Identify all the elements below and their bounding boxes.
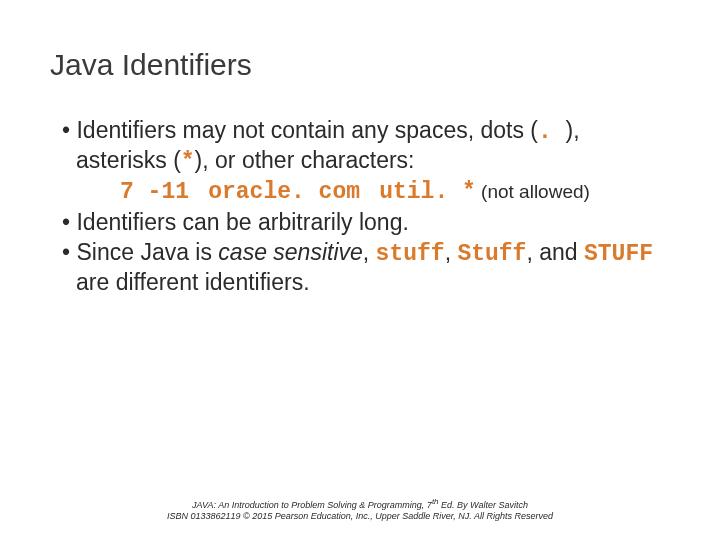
text: JAVA: An Introduction to Problem Solving… <box>192 500 432 510</box>
note-text: (not allowed) <box>476 181 590 202</box>
code-stuff1: stuff <box>376 241 445 267</box>
code-ex2: oracle. com <box>208 179 360 205</box>
bullet-3: Since Java is case sensitive, stuff, Stu… <box>62 238 670 296</box>
superscript: th <box>432 497 439 506</box>
text: , <box>363 239 376 265</box>
text: and <box>539 239 584 265</box>
code-asterisk: * <box>181 149 195 175</box>
code-stuff2: Stuff <box>457 241 526 267</box>
text: Identifiers can be arbitrarily long. <box>76 209 408 235</box>
code-stuff3: STUFF <box>584 241 653 267</box>
bullet-2: Identifiers can be arbitrarily long. <box>62 208 670 236</box>
slide-title: Java Identifiers <box>50 48 670 82</box>
footer-line-2: ISBN 0133862119 © 2015 Pearson Education… <box>0 511 720 522</box>
example-line: 7 -11 oracle. com util. * (not allowed) <box>76 176 670 206</box>
footer: JAVA: An Introduction to Problem Solving… <box>0 497 720 523</box>
text: Identifiers may not contain any spaces, … <box>76 117 538 143</box>
text: are different identifiers. <box>76 269 310 295</box>
text: Ed. By Walter Savitch <box>439 500 528 510</box>
footer-line-1: JAVA: An Introduction to Problem Solving… <box>0 497 720 511</box>
text: Since Java is <box>76 239 218 265</box>
slide: Java Identifiers Identifiers may not con… <box>0 0 720 296</box>
code-ex3: util. * <box>379 179 476 205</box>
text: , <box>445 239 458 265</box>
emphasis: case sensitive <box>218 239 362 265</box>
code-ex1: 7 -11 <box>120 179 189 205</box>
text: ), or other characters: <box>195 147 415 173</box>
bullet-list: Identifiers may not contain any spaces, … <box>50 116 670 296</box>
text: , <box>526 239 539 265</box>
bullet-1: Identifiers may not contain any spaces, … <box>62 116 670 206</box>
code-dot: . <box>538 119 566 145</box>
